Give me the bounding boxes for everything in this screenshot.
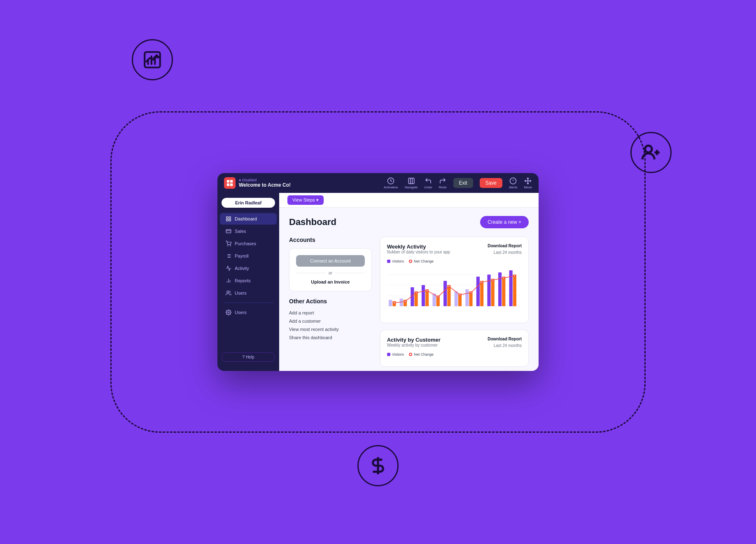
svg-point-77	[481, 281, 483, 283]
svg-rect-47	[399, 299, 403, 306]
sidebar-item-dashboard[interactable]: Dashboard	[220, 213, 277, 225]
main-page: Dashboard Create a new + Accounts Connec…	[279, 208, 539, 371]
svg-point-29	[230, 246, 231, 246]
svg-rect-52	[425, 289, 429, 306]
action-add-report[interactable]: Add a report	[289, 309, 372, 317]
sidebar-settings-users-label: Users	[235, 310, 247, 315]
other-actions-title: Other Actions	[289, 298, 372, 305]
other-actions-section: Other Actions Add a report Add a custome…	[289, 298, 372, 342]
period-label: Last 24 months	[494, 250, 522, 255]
abc-legend-net: Net Change	[409, 352, 434, 356]
abc-chart-header: Activity by Customer Weekly activity by …	[387, 337, 522, 351]
activity-by-customer-chart: Activity by Customer Weekly activity by …	[380, 330, 529, 367]
view-steps-button[interactable]: View Steps ▾	[287, 195, 324, 205]
svg-rect-63	[487, 274, 490, 306]
sidebar-item-purchases[interactable]: Purchases	[220, 238, 277, 249]
sidebar-divider	[223, 302, 273, 303]
accounts-title: Accounts	[289, 237, 372, 243]
svg-point-80	[514, 275, 516, 277]
svg-rect-55	[443, 281, 447, 306]
sidebar-item-activity[interactable]: Activity	[220, 263, 277, 274]
sidebar-purchases-label: Purchases	[235, 241, 256, 246]
help-button[interactable]: ? Help	[222, 352, 275, 362]
svg-rect-23	[229, 217, 231, 218]
sidebar-bottom: ? Help	[217, 348, 279, 366]
redo-action[interactable]: Redo	[439, 177, 446, 189]
net-change-dot	[409, 260, 412, 263]
save-button[interactable]: Save	[480, 178, 502, 188]
undo-label: Undo	[424, 185, 432, 189]
chart-header: Weekly Activity Nukber of daily visitors…	[387, 244, 522, 258]
create-new-button[interactable]: Create a new +	[480, 216, 529, 228]
abc-period: Last 24 months	[494, 343, 522, 348]
sidebar-item-settings[interactable]: Users	[220, 307, 277, 318]
action-view-recent[interactable]: View most recent activity	[289, 325, 372, 333]
abc-net-dot	[409, 353, 412, 356]
top-bar: ● Disabled Welcome to Acme Co! Activatio…	[217, 173, 539, 193]
abc-title: Activity by Customer	[387, 337, 441, 343]
action-share-dashboard[interactable]: Share this dashboard	[289, 333, 372, 342]
navigate-action[interactable]: Navigate	[405, 177, 418, 189]
svg-rect-62	[480, 281, 483, 306]
move-action[interactable]: Move	[524, 177, 532, 189]
activation-label: Activation	[384, 185, 398, 189]
redo-label: Redo	[439, 185, 446, 189]
abc-meta: Download Report Last 24 months	[488, 337, 522, 349]
sidebar-item-users[interactable]: Users	[220, 287, 277, 299]
svg-rect-49	[411, 287, 414, 306]
accounts-card: Connect an Account or Upload an Invoice	[289, 248, 372, 291]
weekly-activity-subtitle: Nukber of daily visitors to your app	[387, 250, 450, 254]
sidebar-item-reports[interactable]: Reports	[220, 275, 277, 286]
svg-rect-46	[392, 301, 396, 306]
svg-point-76	[470, 292, 471, 293]
sidebar-payroll-label: Payroll	[235, 253, 249, 258]
exit-button[interactable]: Exit	[453, 178, 473, 188]
sidebar-activity-label: Activity	[235, 266, 249, 271]
svg-rect-24	[226, 219, 228, 221]
svg-point-75	[459, 294, 461, 295]
download-report-link[interactable]: Download Report	[488, 244, 522, 248]
right-panel: Weekly Activity Nukber of daily visitors…	[380, 237, 529, 367]
abc-legend-visitors: Visitors	[387, 352, 404, 356]
svg-rect-9	[227, 180, 229, 183]
sidebar-sales-label: Sales	[235, 229, 246, 234]
brand: ● Disabled Welcome to Acme Co!	[224, 177, 291, 189]
top-bar-actions: Activation Navigate Undo Redo Exit Save …	[384, 177, 532, 189]
svg-rect-12	[230, 183, 233, 186]
svg-rect-25	[229, 219, 231, 221]
action-add-customer[interactable]: Add a customer	[289, 317, 372, 325]
svg-rect-51	[422, 285, 425, 306]
svg-rect-59	[465, 289, 469, 306]
abc-download-link[interactable]: Download Report	[488, 337, 522, 341]
svg-point-79	[503, 277, 504, 279]
app-body: Erin Radleaf Dashboard Sales Purchases	[217, 193, 539, 371]
svg-rect-45	[389, 300, 392, 306]
svg-marker-4	[155, 56, 158, 57]
brand-disabled-label: ● Disabled	[239, 178, 291, 182]
connect-account-button[interactable]: Connect an Account	[296, 255, 365, 267]
upload-invoice-link[interactable]: Upload an Invoice	[296, 279, 365, 284]
svg-point-40	[228, 312, 229, 313]
undo-action[interactable]: Undo	[424, 177, 432, 189]
sidebar-item-sales[interactable]: Sales	[220, 225, 277, 237]
main-content: View Steps ▾ Dashboard Create a new + Ac…	[279, 193, 539, 371]
svg-rect-68	[513, 274, 516, 306]
alerts-action[interactable]: Alerts	[509, 177, 517, 189]
svg-rect-64	[491, 279, 494, 306]
chart-legend: Visitors Net Change	[387, 259, 522, 263]
svg-rect-26	[226, 230, 231, 233]
legend-visitors: Visitors	[387, 259, 404, 263]
svg-rect-53	[432, 293, 436, 306]
floating-chart-icon	[132, 39, 173, 80]
sidebar-reports-label: Reports	[235, 278, 251, 283]
svg-rect-60	[469, 291, 472, 306]
activation-action[interactable]: Activation	[384, 177, 398, 189]
svg-point-74	[448, 286, 450, 287]
sidebar-item-payroll[interactable]: Payroll	[220, 250, 277, 262]
chart-meta: Download Report Last 24 months	[488, 244, 522, 256]
svg-point-28	[228, 246, 228, 246]
sidebar-user-name[interactable]: Erin Radleaf	[222, 198, 275, 208]
app-window: ● Disabled Welcome to Acme Co! Activatio…	[217, 173, 539, 371]
sidebar-nav: Dashboard Sales Purchases Payroll	[217, 213, 279, 348]
svg-rect-56	[447, 285, 450, 306]
